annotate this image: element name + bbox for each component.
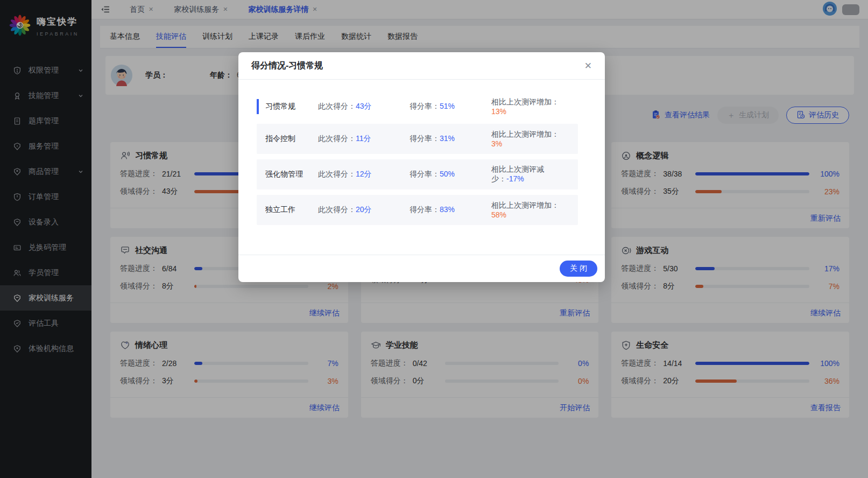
rate-label: 得分率： (410, 205, 440, 214)
close-modal-icon[interactable]: ✕ (584, 61, 592, 71)
diff-label: 相比上次测评增加： (491, 130, 559, 138)
score-detail-modal: 得分情况-习惯常规 ✕ 习惯常规 此次得分：43分 得分率：51% 相比上次测评… (238, 52, 605, 282)
diff-value: 3% (491, 139, 502, 148)
score-label: 此次得分： (318, 134, 356, 143)
rate-value: 83% (440, 205, 455, 214)
close-modal-button[interactable]: 关 闭 (560, 261, 597, 277)
score-value: 43分 (356, 102, 372, 110)
score-value: 11分 (356, 134, 371, 143)
row-name: 习惯常规 (265, 102, 318, 111)
score-row-reinforcer-management: 强化物管理 此次得分：12分 得分率：50% 相比上次测评减少：-17% (257, 159, 578, 189)
score-row-independent-work: 独立工作 此次得分：20分 得分率：83% 相比上次测评增加：58% (257, 195, 578, 225)
rate-value: 31% (440, 134, 455, 143)
diff-label: 相比上次测评增加： (491, 201, 559, 209)
row-name: 强化物管理 (265, 170, 318, 179)
modal-title: 得分情况-习惯常规 (251, 60, 323, 72)
diff-label: 相比上次测评增加： (491, 97, 559, 106)
diff-value: 13% (491, 107, 506, 116)
rate-label: 得分率： (410, 134, 440, 143)
modal-body: 习惯常规 此次得分：43分 得分率：51% 相比上次测评增加：13% 指令控制 … (238, 80, 605, 225)
row-name: 独立工作 (265, 205, 318, 215)
row-name: 指令控制 (265, 134, 318, 144)
rate-value: 51% (440, 102, 455, 110)
score-value: 20分 (356, 205, 372, 214)
score-label: 此次得分： (318, 102, 356, 110)
score-value: 12分 (356, 170, 372, 178)
score-row-instruction-control: 指令控制 此次得分：11分 得分率：31% 相比上次测评增加：3% (257, 124, 578, 154)
rate-value: 50% (440, 170, 455, 178)
score-row-habit-routine: 习惯常规 此次得分：43分 得分率：51% 相比上次测评增加：13% (257, 95, 578, 118)
diff-value: -17% (506, 174, 524, 183)
score-label: 此次得分： (318, 205, 356, 214)
score-label: 此次得分： (318, 170, 356, 178)
rate-label: 得分率： (410, 102, 440, 110)
diff-value: 58% (491, 210, 506, 219)
rate-label: 得分率： (410, 170, 440, 178)
